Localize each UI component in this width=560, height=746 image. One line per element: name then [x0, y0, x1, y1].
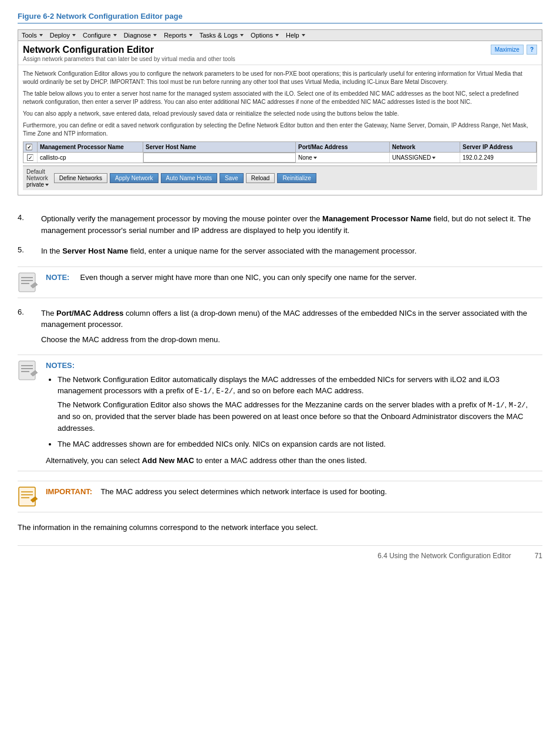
network-dropdown-icon	[432, 157, 436, 159]
step-4-number: 4.	[18, 213, 35, 236]
configure-arrow-icon	[113, 34, 117, 36]
toolbar-tools[interactable]: Tools	[22, 32, 43, 39]
note-pencil-icon	[18, 272, 39, 293]
step-6-number: 6.	[18, 308, 35, 346]
notes-add-new-mac: Add New MAC	[142, 456, 194, 465]
footer-page: 71	[535, 552, 542, 560]
table-header-ip: Server IP Address	[460, 142, 537, 152]
options-arrow-icon	[275, 34, 279, 36]
table-header-hostname: Server Host Name	[143, 142, 296, 152]
deploy-arrow-icon	[72, 34, 76, 36]
important-text: The MAC address you select determines wh…	[100, 487, 387, 496]
define-networks-button[interactable]: Define Networks	[54, 173, 107, 183]
step-4-bold: Management Processor Name	[322, 214, 431, 223]
row-checkbox-cell	[23, 153, 38, 163]
editor-body: The Network Configuration Editor allows …	[18, 65, 542, 195]
notes-extra-text: Alternatively, you can select Add New MA…	[46, 455, 542, 467]
editor-header: Network Configuration Editor Assign netw…	[18, 41, 542, 65]
tools-arrow-icon	[39, 34, 43, 36]
note-1-box: NOTE: Even though a server might have mo…	[18, 266, 542, 298]
reinitialize-button[interactable]: Reinitialize	[277, 173, 316, 183]
important-icon	[18, 486, 39, 507]
notes-2-icon	[18, 360, 39, 381]
step-6-text: The Port/MAC Address column offers a lis…	[41, 308, 542, 346]
important-pencil-icon	[18, 486, 39, 507]
page-footer: 6.4 Using the Network Configuration Edit…	[18, 545, 542, 560]
row-checkbox[interactable]	[27, 154, 33, 161]
note-1-content: NOTE: Even though a server might have mo…	[46, 272, 417, 283]
tasks-arrow-icon	[240, 34, 244, 36]
svg-rect-0	[19, 273, 35, 292]
diagnose-arrow-icon	[153, 34, 157, 36]
help-arrow-icon	[302, 34, 305, 36]
table-header-name: Management Processor Name	[38, 142, 143, 152]
editor-title: Network Configuration Editor	[23, 45, 235, 55]
step-5-number: 5.	[18, 245, 35, 257]
network-dropdown[interactable]: private	[26, 181, 49, 188]
svg-rect-5	[19, 361, 35, 380]
toolbar-help[interactable]: Help	[286, 32, 305, 39]
save-button[interactable]: Save	[220, 173, 244, 183]
step-5: 5. In the Server Host Name field, enter …	[18, 245, 542, 257]
editor-para-2: The table below allows you to enter a se…	[23, 90, 537, 106]
editor-para-3: You can also apply a network, save enter…	[23, 110, 537, 118]
notes-list: The Network Configuration Editor automat…	[46, 374, 542, 450]
help-button[interactable]: ?	[527, 45, 537, 55]
editor-table: Management Processor Name Server Host Na…	[23, 141, 537, 163]
step-6-para-2: Choose the MAC address from the drop-dow…	[41, 334, 542, 346]
row-ip-address: 192.0.2.249	[460, 153, 537, 163]
reload-button[interactable]: Reload	[246, 173, 275, 183]
port-mac-dropdown-icon	[313, 157, 317, 159]
notes-item-1-sub: The Network Configuration Editor also sh…	[58, 399, 542, 434]
bottom-bar: Default Network private Define Networks …	[23, 166, 537, 190]
editor-para-1: The Network Configuration Editor allows …	[23, 70, 537, 86]
table-header-row: Management Processor Name Server Host Na…	[23, 142, 537, 153]
notes-2-box: NOTES: The Network Configuration Editor …	[18, 355, 542, 471]
notes-2-content: NOTES: The Network Configuration Editor …	[46, 360, 542, 466]
auto-name-hosts-button[interactable]: Auto Name Hosts	[161, 173, 217, 183]
important-content: IMPORTANT: The MAC address you select de…	[46, 486, 387, 498]
toolbar-configure[interactable]: Configure	[83, 32, 117, 39]
step-4: 4. Optionally verify the management proc…	[18, 213, 542, 236]
row-port-mac[interactable]: None	[296, 153, 390, 163]
table-header-check	[23, 142, 38, 152]
row-network[interactable]: UNASSIGNED	[390, 153, 460, 163]
private-dropdown-icon	[45, 184, 49, 186]
notes-item-2: The MAC addresses shown are for embedded…	[58, 438, 542, 450]
note-1-icon	[18, 272, 39, 293]
figure-title: Figure 6-2 Network Configuration Editor …	[18, 12, 542, 23]
header-checkbox[interactable]	[26, 144, 32, 150]
maximize-button[interactable]: Maximize	[491, 45, 524, 55]
editor-para-4: Furthermore, you can define or edit a sa…	[23, 121, 537, 138]
toolbar-options[interactable]: Options	[251, 32, 279, 39]
step-5-text: In the Server Host Name field, enter a u…	[41, 245, 417, 257]
table-header-port-mac: Port/Mac Address	[296, 142, 390, 152]
toolbar: Tools Deploy Configure Diagnose Reports …	[18, 30, 542, 41]
step-6: 6. The Port/MAC Address column offers a …	[18, 308, 542, 346]
row-host-name[interactable]	[143, 153, 296, 163]
table-header-network: Network	[390, 142, 460, 152]
toolbar-deploy[interactable]: Deploy	[50, 32, 76, 39]
step-6-bold: Port/MAC Address	[56, 309, 123, 318]
network-label-network: Network	[26, 175, 48, 181]
table-row: callisto-cp None UNASSIGNED 192.0.2.249	[23, 153, 537, 163]
note-1-text: Even though a server might have more tha…	[80, 273, 417, 282]
notes-item-1: The Network Configuration Editor automat…	[58, 374, 542, 434]
step-5-bold: Server Host Name	[62, 247, 128, 255]
step-6-para-1: The Port/MAC Address column offers a lis…	[41, 308, 542, 330]
step-4-text: Optionally verify the management process…	[41, 213, 542, 236]
reports-arrow-icon	[189, 34, 193, 36]
row-processor-name: callisto-cp	[38, 153, 143, 163]
screenshot-container: Tools Deploy Configure Diagnose Reports …	[18, 29, 542, 195]
toolbar-diagnose[interactable]: Diagnose	[124, 32, 157, 39]
note-1-title: NOTE:	[46, 273, 69, 282]
main-content: 4. Optionally verify the management proc…	[18, 207, 542, 566]
notes-pencil-icon	[18, 360, 39, 381]
footer-section: 6.4 Using the Network Configuration Edit…	[377, 552, 511, 560]
editor-subtitle: Assign network parameters that can later…	[23, 56, 235, 62]
final-text: The information in the remaining columns…	[18, 522, 542, 534]
toolbar-reports[interactable]: Reports	[164, 32, 193, 39]
toolbar-tasks-logs[interactable]: Tasks & Logs	[200, 32, 244, 39]
apply-network-button[interactable]: Apply Network	[110, 173, 158, 183]
svg-rect-10	[19, 487, 35, 506]
